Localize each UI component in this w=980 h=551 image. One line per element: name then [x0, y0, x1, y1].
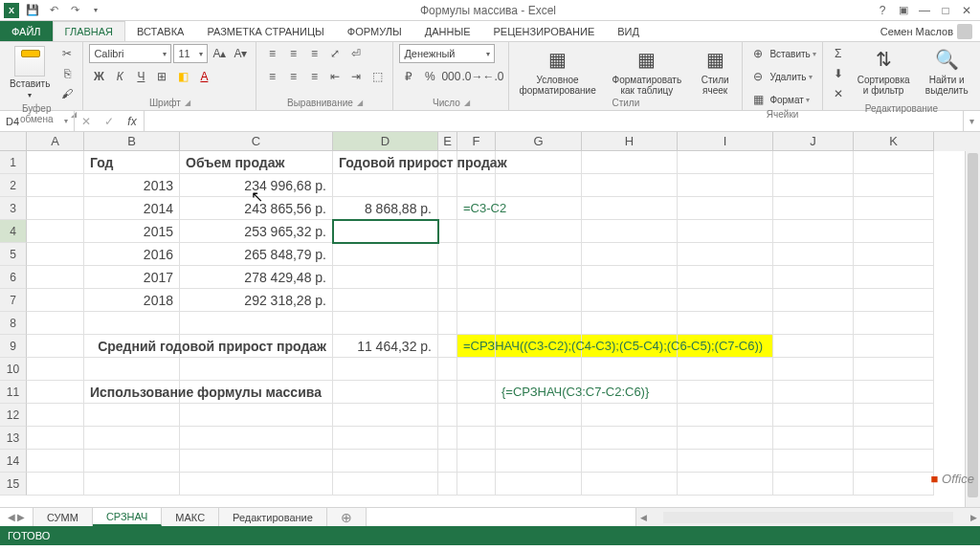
cell-K10[interactable]	[854, 358, 934, 381]
font-size-combo[interactable]: 11▾	[173, 44, 208, 63]
row-header-4[interactable]: 4	[0, 220, 27, 243]
cell-G3[interactable]	[496, 197, 582, 220]
cell-G4[interactable]	[496, 220, 582, 243]
wrap-text-icon[interactable]: ⏎	[346, 44, 366, 63]
column-header-H[interactable]: H	[582, 132, 678, 151]
cell-J14[interactable]	[773, 450, 854, 473]
cell-I15[interactable]	[678, 473, 773, 496]
tab-insert[interactable]: ВСТАВКА	[125, 21, 195, 41]
fx-icon[interactable]: fx	[121, 115, 144, 128]
cell-D9[interactable]: 11 464,32 р.	[333, 335, 438, 358]
help-icon[interactable]: ?	[873, 2, 892, 19]
add-sheet-button[interactable]: ⊕	[327, 508, 367, 526]
cell-F7[interactable]	[457, 289, 496, 312]
cell-G11[interactable]: {=СРЗНАЧ(C3:C7-C2:C6)}	[496, 381, 582, 404]
cell-E2[interactable]	[438, 174, 457, 197]
cell-E4[interactable]	[438, 220, 457, 243]
cell-A1[interactable]	[27, 151, 84, 174]
cell-C8[interactable]	[180, 312, 333, 335]
cell-F15[interactable]	[457, 473, 496, 496]
cell-K3[interactable]	[854, 197, 934, 220]
cell-K13[interactable]	[854, 427, 934, 450]
cell-J11[interactable]	[773, 381, 854, 404]
column-header-C[interactable]: C	[180, 132, 333, 151]
cell-F11[interactable]	[457, 381, 496, 404]
sheet-nav[interactable]: ◀▶	[0, 508, 33, 526]
column-header-K[interactable]: K	[854, 132, 934, 151]
sort-filter-button[interactable]: ⇅Сортировка и фильтр	[852, 44, 916, 98]
cell-D6[interactable]	[333, 266, 438, 289]
column-header-D[interactable]: D	[333, 132, 438, 151]
fill-icon[interactable]: ⬇	[829, 64, 848, 83]
cell-K15[interactable]	[854, 473, 934, 496]
insert-cells-icon[interactable]: ⊕	[748, 44, 768, 63]
align-center-icon[interactable]: ≡	[283, 67, 302, 86]
cell-K1[interactable]	[854, 151, 934, 174]
tab-file[interactable]: ФАЙЛ	[0, 21, 53, 41]
increase-decimal-icon[interactable]: .0→	[462, 67, 481, 86]
increase-font-icon[interactable]: A▴	[210, 44, 229, 63]
cell-E5[interactable]	[438, 243, 457, 266]
format-painter-icon[interactable]: 🖌	[57, 84, 77, 103]
cell-K7[interactable]	[854, 289, 934, 312]
column-header-B[interactable]: B	[84, 132, 180, 151]
cell-A15[interactable]	[27, 473, 84, 496]
cell-I8[interactable]	[678, 312, 773, 335]
cell-F6[interactable]	[457, 266, 496, 289]
qat-dropdown-icon[interactable]: ▾	[88, 3, 103, 18]
align-top-icon[interactable]: ≡	[262, 44, 281, 63]
cell-B8[interactable]	[84, 312, 180, 335]
cell-E8[interactable]	[438, 312, 457, 335]
row-header-2[interactable]: 2	[0, 174, 27, 197]
cancel-formula-icon[interactable]: ✕	[75, 115, 98, 128]
cell-I4[interactable]	[678, 220, 773, 243]
cell-C5[interactable]: 265 848,79 р.	[180, 243, 333, 266]
cell-K6[interactable]	[854, 266, 934, 289]
cell-H14[interactable]	[582, 450, 678, 473]
cell-E3[interactable]	[438, 197, 457, 220]
ribbon-options-icon[interactable]: ▣	[894, 2, 913, 19]
cell-B7[interactable]: 2018	[84, 289, 180, 312]
select-all-corner[interactable]	[0, 132, 27, 151]
align-bottom-icon[interactable]: ≡	[304, 44, 323, 63]
cell-I5[interactable]	[678, 243, 773, 266]
cell-D10[interactable]	[333, 358, 438, 381]
cell-C3[interactable]: 243 865,56 р.	[180, 197, 333, 220]
expand-formula-icon[interactable]: ▾	[963, 111, 980, 131]
cell-C14[interactable]	[180, 450, 333, 473]
cell-G6[interactable]	[496, 266, 582, 289]
cell-E15[interactable]	[438, 473, 457, 496]
cell-I3[interactable]	[678, 197, 773, 220]
cell-F14[interactable]	[457, 450, 496, 473]
cell-J15[interactable]	[773, 473, 854, 496]
cell-A11[interactable]	[27, 381, 84, 404]
row-header-13[interactable]: 13	[0, 427, 27, 450]
decrease-font-icon[interactable]: A▾	[231, 44, 250, 63]
cell-B12[interactable]	[84, 404, 180, 427]
cell-E11[interactable]	[438, 381, 457, 404]
cell-H12[interactable]	[582, 404, 678, 427]
cut-icon[interactable]: ✂	[57, 44, 77, 63]
cell-D3[interactable]: 8 868,88 р.	[333, 197, 438, 220]
cell-C15[interactable]	[180, 473, 333, 496]
formula-input[interactable]	[145, 111, 963, 131]
cell-B4[interactable]: 2015	[84, 220, 180, 243]
font-name-combo[interactable]: Calibri▾	[89, 44, 171, 63]
cell-D4[interactable]	[333, 220, 438, 243]
cell-A13[interactable]	[27, 427, 84, 450]
vertical-scrollbar[interactable]	[965, 151, 980, 507]
cell-E12[interactable]	[438, 404, 457, 427]
cell-B13[interactable]	[84, 427, 180, 450]
cell-G14[interactable]	[496, 450, 582, 473]
cell-B5[interactable]: 2016	[84, 243, 180, 266]
cell-K2[interactable]	[854, 174, 934, 197]
cell-E10[interactable]	[438, 358, 457, 381]
row-header-12[interactable]: 12	[0, 404, 27, 427]
cell-F4[interactable]	[457, 220, 496, 243]
cell-H2[interactable]	[582, 174, 678, 197]
cell-B14[interactable]	[84, 450, 180, 473]
cell-G2[interactable]	[496, 174, 582, 197]
cell-H8[interactable]	[582, 312, 678, 335]
cell-C2[interactable]: 234 996,68 р.	[180, 174, 333, 197]
cell-K5[interactable]	[854, 243, 934, 266]
